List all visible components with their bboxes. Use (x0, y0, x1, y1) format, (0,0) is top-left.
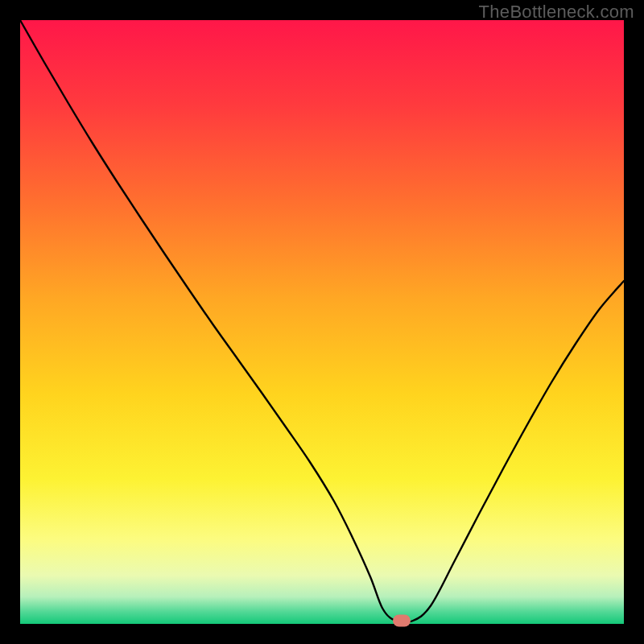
optimal-point-marker (393, 614, 411, 626)
plot-area-rect (20, 20, 624, 624)
watermark-text: TheBottleneck.com (479, 2, 634, 23)
chart-svg (0, 0, 644, 644)
chart-frame: TheBottleneck.com (0, 0, 644, 644)
